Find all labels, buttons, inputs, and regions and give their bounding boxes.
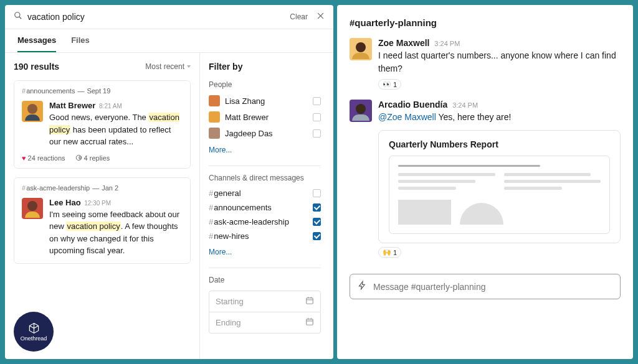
filter-channels-label: Channels & direct messages xyxy=(209,174,321,182)
search-icon xyxy=(14,11,22,22)
message-text: Good news, everyone. The vacation policy… xyxy=(49,111,183,148)
filter-person[interactable]: Matt Brewer xyxy=(209,111,321,123)
date-starting-input[interactable]: Starting xyxy=(209,291,321,312)
avatar xyxy=(350,38,372,60)
avatar xyxy=(350,100,372,122)
attachment-card[interactable]: Quarterly Numbers Report xyxy=(378,130,621,243)
svg-line-1 xyxy=(19,17,22,19)
more-channels-link[interactable]: More... xyxy=(209,248,232,256)
document-preview xyxy=(389,156,610,234)
message-text: @Zoe Maxwell Yes, here they are! xyxy=(378,111,621,124)
chat-message: Arcadio Buendía 3:24 PM @Zoe Maxwell Yes… xyxy=(350,100,621,258)
avatar xyxy=(209,111,220,123)
reaction-chip[interactable]: 👀1 xyxy=(378,79,401,90)
filter-channel[interactable]: #general xyxy=(209,189,321,198)
reactions-count[interactable]: ♥ 24 reactions xyxy=(22,154,65,162)
channel-name: announcements xyxy=(214,203,272,212)
svg-rect-9 xyxy=(307,319,313,325)
avatar xyxy=(209,128,220,139)
onethread-badge: Onethread xyxy=(14,312,54,352)
person-name: Matt Brewer xyxy=(225,113,269,122)
result-meta: #announcements—Sept 19 xyxy=(22,87,183,95)
svg-rect-5 xyxy=(307,298,313,304)
sort-label: Most recent xyxy=(145,62,184,71)
mention[interactable]: @Zoe Maxwell xyxy=(378,112,436,122)
checkbox[interactable] xyxy=(313,232,321,240)
person-name: Jagdeep Das xyxy=(225,129,273,138)
calendar-icon xyxy=(305,317,314,328)
search-input[interactable] xyxy=(22,12,290,22)
filter-person[interactable]: Lisa Zhang xyxy=(209,95,321,106)
message-author: Arcadio Buendía xyxy=(378,100,447,110)
search-tabs: Messages Files xyxy=(5,29,333,53)
clear-button[interactable]: Clear xyxy=(290,12,308,21)
avatar xyxy=(22,198,43,219)
filter-channel[interactable]: #ask-acme-leadership xyxy=(209,217,321,226)
message-author: Zoe Maxwell xyxy=(378,38,429,48)
results-count: 190 results xyxy=(14,62,59,72)
result-card[interactable]: #ask-acme-leadership—Jan 2 Lee Hao 12:30… xyxy=(14,177,191,264)
avatar xyxy=(209,95,220,106)
composer-input[interactable] xyxy=(373,282,612,292)
badge-label: Onethread xyxy=(21,335,47,342)
message-text: I need last quarter's numbers... anyone … xyxy=(378,49,621,75)
calendar-icon xyxy=(305,296,314,307)
close-icon[interactable] xyxy=(317,11,325,22)
checkbox[interactable] xyxy=(313,203,321,212)
channel-panel: #quarterly-planning Zoe Maxwell 3:24 PM … xyxy=(337,5,633,359)
bolt-icon[interactable] xyxy=(358,281,373,292)
checkbox[interactable] xyxy=(313,218,321,226)
filter-channel[interactable]: #announcements xyxy=(209,203,321,212)
date-label: Starting xyxy=(216,297,244,306)
svg-point-0 xyxy=(15,12,20,17)
avatar xyxy=(22,101,43,122)
channel-name: general xyxy=(214,189,240,198)
channel-name: ask-acme-leadership xyxy=(214,217,289,226)
search-panel: Clear Messages Files 190 results Most re… xyxy=(5,5,333,359)
message-text: I'm seeing some feedback about our new v… xyxy=(49,208,183,257)
message-time: 12:30 PM xyxy=(84,200,111,207)
cube-icon xyxy=(28,322,40,334)
message-author: Lee Hao xyxy=(49,198,81,207)
attachment-title: Quarterly Numbers Report xyxy=(389,139,610,149)
replies-count[interactable]: 4 replies xyxy=(75,154,110,162)
checkbox[interactable] xyxy=(313,129,321,138)
message-time: 3:24 PM xyxy=(452,101,478,109)
reaction-chip[interactable]: 🙌1 xyxy=(378,247,401,258)
tab-files[interactable]: Files xyxy=(71,35,90,52)
message-time: 3:24 PM xyxy=(434,40,460,47)
search-bar: Clear xyxy=(5,5,333,29)
person-name: Lisa Zhang xyxy=(225,96,265,106)
channel-name: new-hires xyxy=(214,231,249,241)
date-ending-input[interactable]: Ending xyxy=(209,312,321,334)
filter-person[interactable]: Jagdeep Das xyxy=(209,128,321,139)
date-label: Ending xyxy=(216,318,240,327)
message-author: Matt Brewer xyxy=(49,101,95,110)
more-people-link[interactable]: More... xyxy=(209,146,232,154)
filter-channel[interactable]: #new-hires xyxy=(209,231,321,241)
tab-messages[interactable]: Messages xyxy=(17,35,56,52)
channel-header: #quarterly-planning xyxy=(350,5,621,38)
chat-message: Zoe Maxwell 3:24 PM I need last quarter'… xyxy=(350,38,621,90)
result-meta: #ask-acme-leadership—Jan 2 xyxy=(22,184,183,192)
filter-date-label: Date xyxy=(209,276,321,284)
filter-header: Filter by xyxy=(209,62,321,72)
filter-people-label: People xyxy=(209,80,321,89)
filter-column: Filter by People Lisa Zhang Matt Brewer … xyxy=(200,53,333,359)
message-time: 8:21 AM xyxy=(99,103,122,110)
sort-dropdown[interactable]: Most recent xyxy=(145,62,191,71)
message-composer[interactable] xyxy=(350,274,621,299)
checkbox[interactable] xyxy=(313,189,321,197)
checkbox[interactable] xyxy=(313,97,321,105)
result-card[interactable]: #announcements—Sept 19 Matt Brewer 8:21 … xyxy=(14,80,191,169)
chevron-down-icon xyxy=(187,65,191,68)
checkbox[interactable] xyxy=(313,113,321,121)
